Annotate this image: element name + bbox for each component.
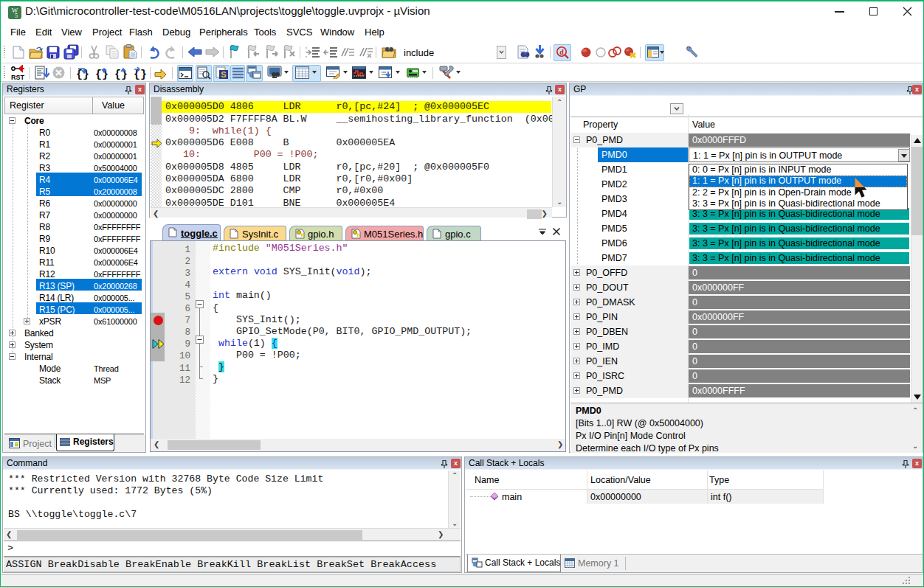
svg-text:{}: {}: [134, 69, 147, 81]
svg-text:5: 5: [15, 13, 18, 19]
svg-text:{}: {}: [95, 69, 108, 81]
svg-text:S: S: [221, 70, 226, 79]
svg-text:d: d: [559, 48, 564, 56]
svg-text:RST: RST: [11, 74, 25, 81]
svg-text:{}: {}: [114, 69, 128, 81]
